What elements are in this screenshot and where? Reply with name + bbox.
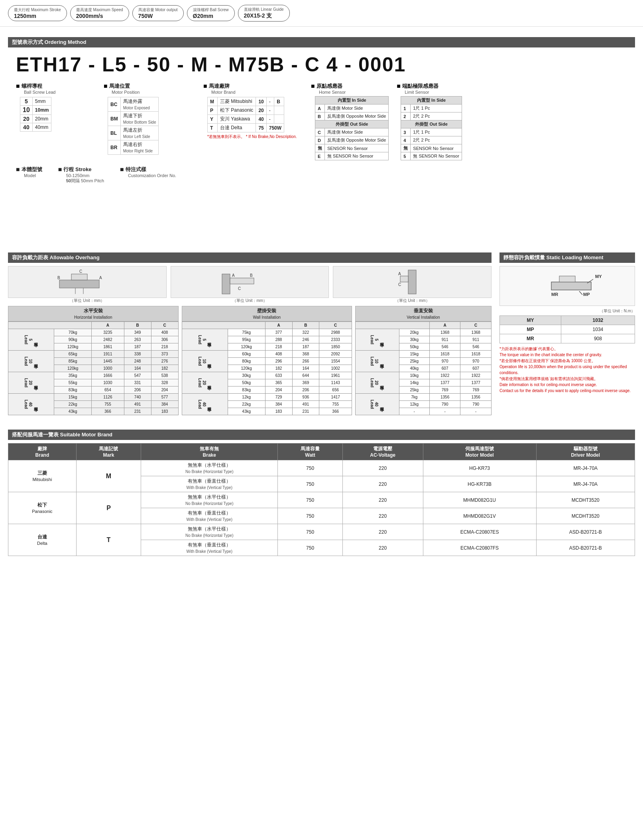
motor-row-mitsubishi-1: 三菱Mitsubishi M 無煞車（水平仕樣）No Brake (Horizo… — [8, 460, 635, 476]
motor-section-header: 搭配伺服馬達一覽表 Suitable Motor Brand — [8, 430, 635, 440]
limit-sensor-block: ■ 端點極限感應器 Limit Sensor 內置型 In Side 1 1尺 … — [397, 83, 462, 160]
spec-value-motor-output: 750W — [138, 13, 153, 19]
svg-rect-12 — [408, 270, 416, 294]
svg-text:B: B — [57, 276, 60, 280]
svg-line-21 — [579, 291, 582, 295]
wall-table-block: 壁掛安裝Wall Installation A B C — [182, 306, 352, 415]
svg-rect-16 — [551, 282, 591, 290]
model-code-display: ETH17 - L5 - 50 - M - M75B - C 4 - 0001 — [16, 55, 635, 75]
svg-text:MR: MR — [551, 292, 558, 297]
svg-text:B: B — [250, 273, 253, 278]
wall-diagram: A B C （單位 Unit：mm） — [171, 266, 329, 304]
bottom-annotations: ■本體型號 Model ■行程 Stroke 50-1250mm 50間隔 50… — [16, 166, 627, 184]
spec-label-linear-guide: 直線滑軌 Linear Guide — [244, 7, 284, 12]
spec-label-ball-screw: 滾珠螺桿 Ball Screw — [193, 7, 229, 13]
static-loading-diagram: MY MP MR — [499, 266, 635, 306]
svg-text:C: C — [79, 269, 82, 274]
spec-item-stroke: 最大行程 Maximum Stroke 1250mm — [8, 5, 67, 21]
static-loading-notes: *力距表所表示的數據˙代表重心。 The torque value in the… — [499, 346, 635, 394]
spec-item-speed: 最高速度 Maximum Speed 2000mm/s — [70, 5, 129, 21]
svg-rect-1 — [71, 274, 87, 280]
svg-text:MY: MY — [595, 274, 602, 279]
spec-item-motor-output: 馬達容量 Motor output 750W — [132, 5, 184, 21]
vertical-table-block: 垂直安裝Vertical Installation A C 導程5Lead — [355, 306, 492, 415]
ordering-section-header: 型號表示方式 Ordering Method — [8, 37, 635, 47]
overhang-tables-container: 水平安裝Horizontal Installation A B C — [8, 306, 492, 415]
vertical-diagram: A C （單位 Unit：mm） — [333, 266, 492, 304]
spec-label-speed: 最高速度 Maximum Speed — [76, 7, 123, 13]
motor-brand-note: *若無煞車則不表示。 * If No Brake,No Description. — [207, 134, 299, 140]
body-model-annotation: ■本體型號 Model — [16, 166, 42, 178]
ball-screw-lead-block: ■ 螺桿導程 Ball Screw Lead 55mm 1010mm 2020m… — [16, 83, 96, 132]
svg-rect-7 — [222, 274, 230, 294]
spec-value-speed: 2000mm/s — [76, 13, 103, 19]
motor-brand-block: ■ 馬達廠牌 Motor Brand M 三菱 Mitsubishi 10 - … — [203, 83, 299, 140]
spec-value-ball-screw: Ø20mm — [193, 13, 213, 19]
svg-text:MP: MP — [583, 292, 590, 297]
static-loading-header: 靜態容許負載慣量 Static Loading Moment — [499, 252, 635, 263]
motor-position-block: ■ 馬達位置 Motor Position BC 馬達外露Motor Expos… — [104, 83, 191, 155]
spec-label-motor-output: 馬達容量 Motor output — [138, 7, 178, 13]
spec-item-linear-guide: 直線滑軌 Linear Guide 20X15-2 支 — [238, 5, 290, 22]
custom-order-annotation: ■特注式樣 Customization Order No. — [120, 166, 176, 178]
overhang-section-header: 容許負載力距表 Allowable Overhang — [8, 252, 492, 263]
svg-rect-8 — [230, 278, 254, 284]
allowable-overhang-section: 容許負載力距表 Allowable Overhang B A C — [0, 242, 643, 419]
spec-value-stroke: 1250mm — [14, 13, 36, 19]
stroke-annotation: ■行程 Stroke 50-1250mm 50間隔 50mm Pitch — [58, 166, 104, 184]
horizontal-table-block: 水平安裝Horizontal Installation A B C — [8, 306, 179, 415]
motor-section: 搭配伺服馬達一覽表 Suitable Motor Brand 廠牌Brand 馬… — [0, 419, 643, 560]
svg-text:A: A — [398, 272, 401, 276]
static-loading-table: MY 1032 MP 1034 MR 908 — [499, 315, 635, 343]
svg-text:A: A — [99, 276, 102, 280]
svg-rect-0 — [59, 280, 99, 288]
sensors-area: ■ 原點感應器 Home Sensor 內置型 In Side A 馬達側 Mo… — [311, 83, 627, 160]
horizontal-diagram: B A C （單位 Unit：mm） — [8, 266, 167, 304]
overhang-left-panel: 容許負載力距表 Allowable Overhang B A C — [8, 246, 492, 415]
static-loading-panel: 靜態容許負載慣量 Static Loading Moment MY MP MR — [499, 246, 635, 394]
motor-brand-table: 廠牌Brand 馬達記號Mark 煞車有無Brake 馬達容量Watt 電源電壓… — [8, 443, 635, 556]
svg-rect-13 — [400, 276, 408, 282]
spec-item-ball-screw: 滾珠螺桿 Ball Screw Ø20mm — [187, 5, 235, 21]
ordering-section: 型號表示方式 Ordering Method ETH17 - L5 - 50 -… — [0, 27, 643, 242]
specs-bar: 最大行程 Maximum Stroke 1250mm 最高速度 Maximum … — [0, 0, 643, 27]
svg-rect-17 — [559, 276, 575, 282]
motor-row-panasonic-1: 松下Panasonic P 無煞車（水平仕樣）No Brake (Horizon… — [8, 492, 635, 508]
svg-text:C: C — [398, 282, 401, 287]
svg-text:C: C — [238, 286, 241, 291]
svg-text:A: A — [232, 273, 235, 278]
motor-row-delta-1: 台達Delta T 無煞車（水平仕樣）No Brake (Horizontal … — [8, 524, 635, 540]
spec-label-stroke: 最大行程 Maximum Stroke — [14, 7, 61, 13]
spec-value-linear-guide: 20X15-2 支 — [244, 12, 272, 19]
home-sensor-block: ■ 原點感應器 Home Sensor 內置型 In Side A 馬達側 Mo… — [311, 83, 389, 160]
